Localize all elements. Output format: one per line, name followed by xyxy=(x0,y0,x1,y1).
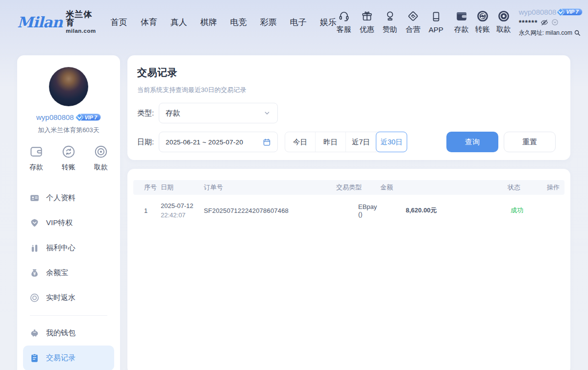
transactions-table-panel: 序号 日期 订单号 交易类型 金额 状态 操作 1 2025-07-12 22:… xyxy=(127,169,570,370)
sidebar-menu: 个人资料 VIP特权 xyxy=(17,181,120,370)
col-index: 序号 xyxy=(144,183,161,192)
money-bag-icon xyxy=(29,268,40,278)
main-nav: 首页 体育 真人 棋牌 电竞 彩票 电子 娱乐 xyxy=(111,17,337,28)
col-action: 操作 xyxy=(547,183,564,192)
nav-sports[interactable]: 体育 xyxy=(141,17,157,28)
logo-script-text: Milan xyxy=(17,14,62,31)
page-subtitle: 当前系统支持查询最近30日的交易记录 xyxy=(137,86,556,94)
type-select[interactable]: 存款 xyxy=(159,103,278,123)
vip-diamond-icon xyxy=(74,113,84,122)
vip-diamond-icon xyxy=(556,7,565,17)
filter-panel: 交易记录 当前系统支持查询最近30日的交易记录 类型: 存款 日期: xyxy=(127,55,570,160)
quick-range-group: 今日 昨日 近7日 近30日 xyxy=(285,132,407,152)
page-title: 交易记录 xyxy=(137,66,556,79)
cell-order-no: SF202507122242078607468 xyxy=(204,207,336,214)
chevron-down-icon xyxy=(263,109,271,117)
magnifier-icon[interactable] xyxy=(574,29,581,36)
profile-sidebar: wyp080808 VIP 7 加入米兰体育第603天 xyxy=(17,55,120,370)
sidebar-withdraw-action[interactable]: 取款 xyxy=(94,144,108,172)
withdraw-outline-icon xyxy=(94,144,108,159)
support-link[interactable]: 客服 xyxy=(337,10,351,34)
sponsor-link[interactable]: 赞助 xyxy=(383,10,397,34)
cell-index: 1 xyxy=(144,207,161,214)
type-select-value: 存款 xyxy=(166,109,263,118)
rebate-disc-icon xyxy=(29,293,40,303)
cell-date: 2025-07-12 22:42:07 xyxy=(161,202,204,219)
phone-icon xyxy=(430,10,442,23)
col-date: 日期 xyxy=(161,183,204,192)
app-link[interactable]: APP xyxy=(429,10,443,34)
profile-username: wyp080808 xyxy=(36,113,74,121)
wallet-outline-icon xyxy=(29,144,44,159)
col-status: 状态 xyxy=(508,183,547,192)
nav-entertainment[interactable]: 娱乐 xyxy=(320,17,337,28)
promotions-link[interactable]: 优惠 xyxy=(360,10,374,34)
clipboard-icon xyxy=(29,353,40,363)
diamond-icon xyxy=(29,218,40,228)
transfer-link[interactable]: 转账 xyxy=(475,10,490,34)
vip-badge: VIP 7 xyxy=(559,8,582,16)
withdraw-icon xyxy=(497,10,510,23)
benefits-bars-icon xyxy=(29,243,40,253)
transfer-icon xyxy=(476,10,489,23)
sidebar-item-transactions[interactable]: 交易记录 xyxy=(23,346,114,370)
sidebar-item-profile[interactable]: 个人资料 xyxy=(23,185,114,210)
affiliate-link[interactable]: 合营 xyxy=(406,10,420,34)
sidebar-item-yuebao[interactable]: 余额宝 xyxy=(23,260,114,285)
gift-icon xyxy=(361,10,373,23)
reset-button[interactable]: 重置 xyxy=(504,132,556,152)
eye-off-icon[interactable] xyxy=(540,19,548,26)
nav-live[interactable]: 真人 xyxy=(171,17,187,28)
transfer-outline-icon xyxy=(61,144,76,159)
type-label: 类型: xyxy=(137,109,159,118)
sidebar-divider xyxy=(30,315,107,316)
table-header-row: 序号 日期 订单号 交易类型 金额 状态 操作 xyxy=(133,180,564,195)
chevron-circle-icon[interactable] xyxy=(551,19,559,26)
range-30days-button[interactable]: 近30日 xyxy=(376,132,407,152)
profile-vip-badge: VIP 7 xyxy=(78,114,101,121)
vip-label: VIP 7 xyxy=(566,9,578,15)
top-bar: Milan 米兰体育 milan.com 首页 体育 真人 棋牌 电竞 彩票 电… xyxy=(0,0,588,44)
wallet-icon xyxy=(455,10,468,23)
site-logo[interactable]: Milan 米兰体育 milan.com xyxy=(17,10,96,34)
cell-type: EBpay () xyxy=(336,203,380,218)
sidebar-item-benefits[interactable]: 福利中心 xyxy=(23,235,114,260)
handshake-icon xyxy=(407,10,419,23)
deposit-link[interactable]: 存款 xyxy=(454,10,469,34)
range-7days-button[interactable]: 近7日 xyxy=(346,132,376,152)
masked-balance: ****** xyxy=(519,21,538,24)
trophy-icon xyxy=(384,10,396,23)
page: Milan 米兰体育 milan.com 首页 体育 真人 棋牌 电竞 彩票 电… xyxy=(0,0,588,370)
nav-lottery[interactable]: 彩票 xyxy=(260,17,277,28)
withdraw-link[interactable]: 取款 xyxy=(496,10,511,34)
nav-slots[interactable]: 电子 xyxy=(290,17,307,28)
calendar-icon xyxy=(263,138,271,146)
profile-avatar xyxy=(49,67,88,106)
sidebar-item-wallet[interactable]: 我的钱包 xyxy=(23,321,114,346)
sidebar-item-rebate[interactable]: 实时返水 xyxy=(23,285,114,310)
permanent-url: 永久网址: milan.com xyxy=(519,30,572,36)
col-amount: 金额 xyxy=(380,183,508,192)
sidebar-transfer-action[interactable]: 转账 xyxy=(61,144,76,172)
date-range-input[interactable]: 2025-06-21 ~ 2025-07-20 xyxy=(159,132,278,152)
cell-status: 成功 xyxy=(508,206,547,215)
joined-days-text: 加入米兰体育第603天 xyxy=(17,126,120,135)
id-card-icon xyxy=(29,193,40,203)
cell-amount: 8,620.00元 xyxy=(380,206,508,215)
nav-cards[interactable]: 棋牌 xyxy=(200,17,217,28)
nav-home[interactable]: 首页 xyxy=(111,17,127,28)
nav-esports[interactable]: 电竞 xyxy=(230,17,247,28)
user-info-block: wyp080808 VIP 7 ****** xyxy=(519,8,583,36)
range-yesterday-button[interactable]: 昨日 xyxy=(316,132,346,152)
query-button[interactable]: 查询 xyxy=(446,132,498,152)
sidebar-deposit-action[interactable]: 存款 xyxy=(29,144,44,172)
sidebar-item-vip[interactable]: VIP特权 xyxy=(23,210,114,235)
headset-icon xyxy=(338,10,350,23)
range-today-button[interactable]: 今日 xyxy=(285,132,316,152)
date-range-value: 2025-06-21 ~ 2025-07-20 xyxy=(166,139,263,146)
table-row: 1 2025-07-12 22:42:07 SF2025071222420786… xyxy=(133,195,564,226)
logo-cn-text: 米兰体育 xyxy=(66,10,96,27)
piggy-bank-icon xyxy=(29,328,40,338)
col-type: 交易类型 xyxy=(336,183,380,192)
logo-domain-text: milan.com xyxy=(66,28,96,34)
